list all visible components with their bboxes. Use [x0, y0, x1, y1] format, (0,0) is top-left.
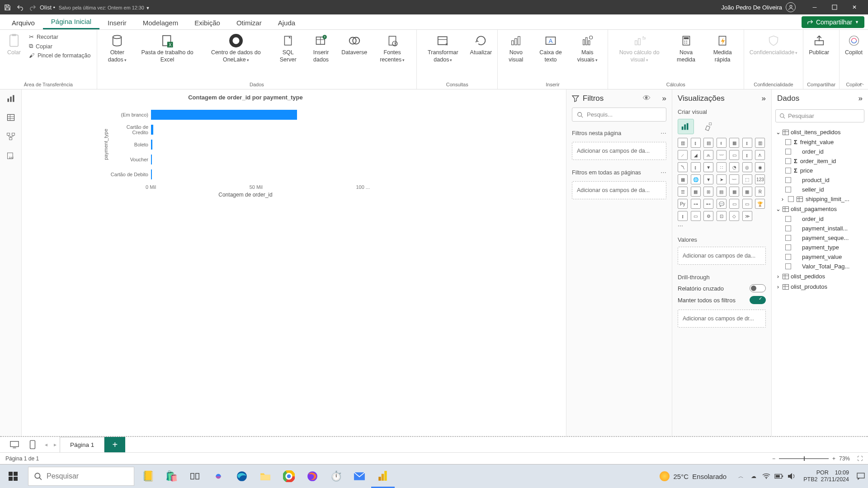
- page-tab-1[interactable]: Página 1: [60, 437, 104, 452]
- redo-icon[interactable]: [29, 4, 36, 11]
- zoom-out-icon[interactable]: −: [772, 455, 775, 462]
- cross-report-toggle[interactable]: Relatório cruzado: [672, 282, 771, 294]
- new-measure-button[interactable]: Nova medida: [670, 32, 702, 64]
- viz-type-icon[interactable]: ▤: [703, 138, 713, 148]
- table-node[interactable]: ⌄olist_itens_pedidos: [772, 127, 868, 137]
- format-visual-tab[interactable]: [700, 119, 717, 134]
- field-node[interactable]: payment_install...: [772, 224, 868, 233]
- viz-type-icon[interactable]: ◔: [729, 162, 739, 172]
- next-page-icon[interactable]: ▸: [51, 437, 60, 452]
- viz-type-icon[interactable]: ▼: [703, 162, 713, 172]
- checkbox[interactable]: [785, 139, 791, 145]
- viz-type-icon[interactable]: ∷: [717, 162, 726, 172]
- add-page-button[interactable]: +: [104, 437, 125, 452]
- field-node[interactable]: order_id: [772, 147, 868, 156]
- toggle-off-icon[interactable]: [750, 284, 766, 292]
- publish-button[interactable]: Publicar: [807, 32, 831, 57]
- mobile-view-icon[interactable]: [24, 437, 42, 452]
- sql-server-button[interactable]: SQL Server: [274, 32, 302, 64]
- dataverse-button[interactable]: Dataverse: [340, 32, 369, 57]
- table-view-icon[interactable]: [5, 112, 16, 123]
- more-visuals-button[interactable]: Mais visuais: [571, 32, 604, 64]
- checkbox[interactable]: [785, 187, 791, 192]
- viz-type-icon[interactable]: ▭: [729, 150, 739, 160]
- more-icon[interactable]: ⋯: [660, 130, 666, 136]
- field-node[interactable]: Valor_Total_Pag...: [772, 262, 868, 271]
- viz-type-icon[interactable]: ⫿: [691, 138, 701, 148]
- checkbox[interactable]: [788, 196, 794, 202]
- model-view-icon[interactable]: [5, 131, 16, 142]
- viz-type-icon[interactable]: ⫾: [717, 138, 726, 148]
- viz-type-icon[interactable]: ⫿: [691, 162, 701, 172]
- more-visuals-icon[interactable]: ⋯: [672, 221, 771, 231]
- toggle-on-icon[interactable]: [750, 296, 766, 304]
- prev-page-icon[interactable]: ◂: [42, 437, 51, 452]
- excel-workbook-button[interactable]: XPasta de trabalho do Excel: [137, 32, 198, 64]
- tab-help[interactable]: Ajuda: [270, 16, 303, 29]
- wifi-icon[interactable]: [761, 471, 772, 482]
- undo-icon[interactable]: [16, 4, 24, 11]
- minimize-button[interactable]: ─: [805, 0, 825, 14]
- viz-type-icon[interactable]: ⊞: [703, 187, 713, 197]
- maximize-button[interactable]: [825, 0, 844, 14]
- mail-icon[interactable]: [348, 465, 371, 488]
- save-icon[interactable]: [4, 4, 11, 11]
- viz-type-icon[interactable]: ▤: [717, 187, 726, 197]
- checkbox[interactable]: [785, 149, 791, 155]
- fit-page-icon[interactable]: ⛶: [857, 455, 863, 462]
- collapse-icon[interactable]: »: [662, 94, 666, 103]
- copilot-button[interactable]: Copilot: [843, 32, 864, 57]
- collapse-icon[interactable]: »: [859, 94, 863, 103]
- checkbox[interactable]: [785, 168, 791, 174]
- filters-search[interactable]: Pesquis...: [572, 108, 666, 122]
- field-node[interactable]: order_id: [772, 214, 868, 224]
- viz-type-icon[interactable]: ▭: [691, 211, 701, 221]
- dax-view-icon[interactable]: DAX: [5, 150, 16, 161]
- viz-type-icon[interactable]: ◎: [742, 162, 752, 172]
- close-button[interactable]: ✕: [844, 0, 864, 14]
- viz-type-icon[interactable]: ▥: [755, 138, 765, 148]
- explorer-icon[interactable]: [254, 465, 277, 488]
- viz-type-icon[interactable]: ≫: [742, 211, 752, 221]
- zoom-in-icon[interactable]: +: [832, 455, 835, 462]
- collapse-icon[interactable]: »: [762, 94, 766, 103]
- viz-type-icon[interactable]: 〰: [729, 174, 739, 184]
- powerbi-icon[interactable]: [371, 465, 395, 488]
- viz-type-icon[interactable]: ⊡: [717, 211, 726, 221]
- checkbox[interactable]: [785, 263, 791, 269]
- tab-file[interactable]: Arquivo: [4, 16, 43, 29]
- viz-type-icon[interactable]: 💬: [717, 199, 726, 209]
- checkbox[interactable]: [785, 254, 791, 260]
- viz-type-icon[interactable]: ⚙: [703, 211, 713, 221]
- onedrive-icon[interactable]: ☁: [748, 471, 759, 482]
- transform-data-button[interactable]: Transformar dados: [420, 32, 465, 64]
- text-box-button[interactable]: ACaixa de texto: [533, 32, 568, 64]
- checkbox[interactable]: [785, 244, 791, 250]
- viz-type-icon[interactable]: ☰: [678, 187, 688, 197]
- viz-type-icon[interactable]: R: [755, 187, 765, 197]
- more-icon[interactable]: ⋯: [660, 169, 666, 176]
- recent-sources-button[interactable]: Fontes recentes: [372, 32, 413, 64]
- user-account[interactable]: João Pedro De Oliveira: [722, 2, 796, 12]
- eye-icon[interactable]: 👁: [643, 94, 651, 103]
- viz-type-icon[interactable]: ⟋: [678, 150, 688, 160]
- viz-type-icon[interactable]: ⫿: [742, 138, 752, 148]
- checkbox[interactable]: [785, 158, 791, 164]
- chrome-icon[interactable]: [277, 465, 301, 488]
- filters-all-pages-well[interactable]: Adicionar os campos de da...: [572, 181, 666, 199]
- report-view-icon[interactable]: [5, 93, 16, 104]
- collapse-ribbon-icon[interactable]: ︿: [859, 80, 864, 87]
- quick-measure-button[interactable]: Medida rápida: [705, 32, 740, 64]
- viz-type-icon[interactable]: ▦: [729, 138, 739, 148]
- keep-all-filters-toggle[interactable]: Manter todos os filtros: [672, 294, 771, 306]
- field-node[interactable]: payment_type: [772, 243, 868, 252]
- desktop-view-icon[interactable]: [5, 437, 24, 452]
- share-button[interactable]: Compartilhar ▼: [802, 16, 864, 28]
- checkbox[interactable]: [785, 225, 791, 231]
- viz-type-icon[interactable]: ▦: [678, 174, 688, 184]
- onelake-button[interactable]: Centro de dados do OneLake: [201, 32, 271, 64]
- viz-type-icon[interactable]: 123: [755, 174, 765, 184]
- viz-type-icon[interactable]: ▦: [742, 187, 752, 197]
- new-visual-button[interactable]: Novo visual: [501, 32, 530, 64]
- viz-type-icon[interactable]: ▦: [729, 187, 739, 197]
